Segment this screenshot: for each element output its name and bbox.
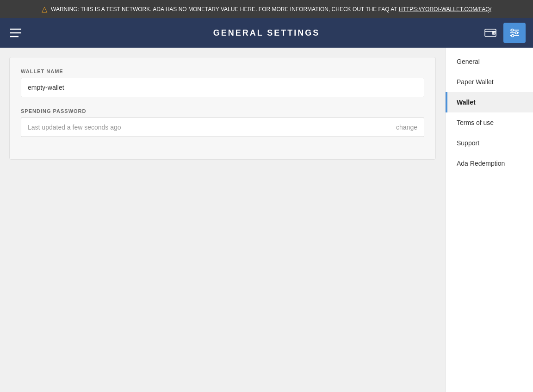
spending-password-row: Last updated a few seconds ago change (21, 118, 424, 137)
svg-point-5 (493, 32, 494, 33)
change-password-button[interactable]: change (396, 124, 417, 131)
warning-icon: △ (42, 5, 47, 13)
wallet-button[interactable] (481, 24, 500, 42)
sidebar: General Paper Wallet Wallet Terms of use… (445, 48, 533, 392)
warning-text: WARNING: THIS IS A TEST NETWORK. ADA HAS… (51, 6, 491, 12)
svg-point-10 (511, 29, 514, 31)
page-title: GENERAL SETTINGS (213, 28, 320, 38)
sidebar-label-wallet: Wallet (457, 99, 476, 106)
settings-button[interactable] (503, 23, 526, 43)
logo-icon (7, 25, 24, 41)
sidebar-label-ada-redemption: Ada Redemption (457, 160, 505, 167)
warning-banner: △ WARNING: THIS IS A TEST NETWORK. ADA H… (0, 0, 533, 18)
sidebar-item-wallet[interactable]: Wallet (446, 92, 533, 112)
settings-panel: WALLET NAME SPENDING PASSWORD Last updat… (9, 57, 436, 160)
svg-point-11 (515, 32, 518, 34)
warning-message: WARNING: THIS IS A TEST NETWORK. ADA HAS… (51, 6, 399, 12)
spending-password-group: SPENDING PASSWORD Last updated a few sec… (21, 108, 424, 137)
sidebar-item-general[interactable]: General (446, 51, 533, 72)
header: GENERAL SETTINGS (0, 18, 533, 48)
wallet-name-group: WALLET NAME (21, 68, 424, 97)
sidebar-label-support: Support (457, 139, 479, 147)
sidebar-label-paper-wallet: Paper Wallet (457, 78, 494, 86)
header-logo (7, 25, 24, 41)
header-actions (481, 23, 526, 43)
warning-link[interactable]: HTTPS://YOROI-WALLET.COM/FAQ/ (399, 6, 491, 12)
sidebar-item-terms-of-use[interactable]: Terms of use (446, 112, 533, 133)
sidebar-item-paper-wallet[interactable]: Paper Wallet (446, 72, 533, 92)
main-layout: WALLET NAME SPENDING PASSWORD Last updat… (0, 48, 533, 392)
spending-password-label: SPENDING PASSWORD (21, 108, 424, 114)
wallet-name-input[interactable] (21, 78, 424, 97)
filter-settings-icon (508, 26, 521, 39)
sidebar-item-support[interactable]: Support (446, 133, 533, 153)
sidebar-label-general: General (457, 58, 480, 65)
wallet-icon (484, 26, 497, 39)
content-area: WALLET NAME SPENDING PASSWORD Last updat… (0, 48, 445, 392)
sidebar-item-ada-redemption[interactable]: Ada Redemption (446, 153, 533, 174)
svg-point-12 (512, 35, 514, 37)
spending-password-status: Last updated a few seconds ago (28, 124, 121, 131)
wallet-name-label: WALLET NAME (21, 68, 424, 74)
sidebar-label-terms-of-use: Terms of use (457, 119, 494, 126)
